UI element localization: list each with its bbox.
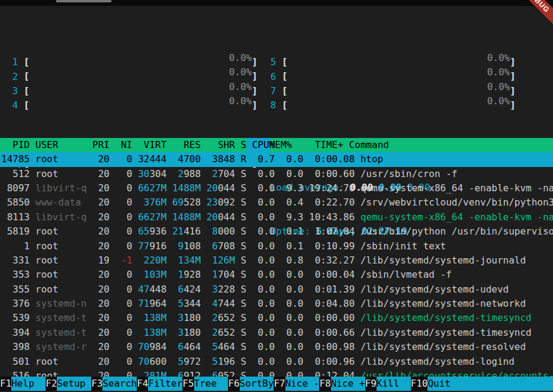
process-command: /lib/systemd/systemd-networkd bbox=[361, 297, 526, 311]
fkey-label-nice+[interactable]: Nice + bbox=[331, 377, 365, 391]
process-command: qemu-system-x86_64 -enable-kvm -na bbox=[361, 210, 553, 224]
process-command: /usr/sbin/cron -f bbox=[361, 167, 458, 181]
table-header: PIDUSERPRINIVIRTRESSHRSCPU%MEM%TIME+Comm… bbox=[0, 138, 553, 152]
process-row[interactable]: 355root2004744864243228S0.00.00:01.39/li… bbox=[0, 282, 553, 297]
process-command: /sbin/lvmetad -f bbox=[361, 268, 452, 282]
column-header-mem[interactable]: MEM% bbox=[269, 138, 292, 152]
process-row[interactable]: 539systemd-t200138M31802652S0.00.00:00.0… bbox=[0, 311, 553, 325]
process-command: /srv/webvirtcloud/venv/bin/python3 bbox=[361, 195, 553, 210]
column-header-command[interactable]: Command bbox=[349, 138, 388, 152]
meter-value: 0.0% bbox=[487, 80, 510, 94]
fkey-f6[interactable]: F6 bbox=[228, 377, 239, 391]
meter-value: 0.0% bbox=[229, 51, 252, 65]
fkey-label-nice-[interactable]: Nice - bbox=[285, 377, 320, 391]
fkey-f5[interactable]: F5 bbox=[182, 377, 194, 391]
process-command: /lib/systemd/systemd-timesyncd bbox=[361, 326, 532, 340]
cpu-meter-3: 3[0.0%] bbox=[7, 80, 258, 94]
fkey-label-tree[interactable]: Tree bbox=[194, 377, 229, 391]
fkey-f1[interactable]: F1 bbox=[0, 377, 11, 391]
process-command: /sbin/init text bbox=[361, 239, 446, 253]
column-header-cpu[interactable]: CPU% bbox=[246, 138, 269, 152]
process-row[interactable]: 331root19-1220M134M126MS0.00.80:32.27/li… bbox=[0, 253, 553, 268]
fkey-f8[interactable]: F8 bbox=[319, 377, 330, 391]
process-row[interactable]: 8097libvirt-q2006627M1488M20044S0.09.319… bbox=[0, 181, 553, 195]
fkey-f3[interactable]: F3 bbox=[91, 377, 102, 391]
fkey-label-quit[interactable]: Quit bbox=[427, 377, 553, 391]
meter-value: 0.0% bbox=[229, 80, 252, 94]
meter-label: 8 bbox=[265, 98, 282, 113]
process-command: /lib/systemd/systemd-logind bbox=[361, 355, 515, 369]
fkey-label-setup[interactable]: Setup bbox=[57, 377, 91, 391]
process-command: htop bbox=[361, 152, 384, 166]
column-header-s[interactable]: S bbox=[240, 138, 246, 152]
column-header-shr[interactable]: SHR bbox=[207, 138, 235, 152]
process-row[interactable]: 5850www-data200376M6952823092S0.00.40:22… bbox=[0, 195, 553, 210]
fkey-label-sortby[interactable]: SortBy bbox=[240, 377, 274, 391]
process-command: qemu-system-x86_64 -enable-kvm -na bbox=[361, 181, 553, 195]
process-row[interactable]: 501root2007060059725196S0.00.00:00.96/li… bbox=[0, 355, 553, 369]
meter-value: 0.0% bbox=[487, 65, 510, 79]
meter-value: 0.0% bbox=[487, 94, 510, 108]
process-row[interactable]: 5819root20065936214168000S0.00.11:07.04/… bbox=[0, 224, 553, 239]
htop-terminal: 1[0.0%]2[0.0%]3[0.0%]4[0.0%] Mem[|||||||… bbox=[0, 0, 553, 392]
meter-value: 0.0% bbox=[229, 65, 252, 79]
fkey-f2[interactable]: F2 bbox=[46, 377, 57, 391]
cpu-meter-2: 2[0.0%] bbox=[7, 65, 258, 79]
process-command: /lib/systemd/systemd-timesyncd bbox=[361, 311, 532, 325]
fkey-f9[interactable]: F9 bbox=[365, 377, 377, 391]
fkey-f10[interactable]: F10 bbox=[411, 377, 428, 391]
fkey-label-kill[interactable]: Kill bbox=[377, 377, 411, 391]
cpu-meter-4: 4[0.0%] bbox=[7, 94, 258, 108]
process-row[interactable]: 353root200103M19281704S0.00.00:00.04/sbi… bbox=[0, 268, 553, 282]
process-command: /lib/systemd/systemd-journald bbox=[361, 253, 526, 268]
process-command: /lib/systemd/systemd-resolved bbox=[361, 340, 526, 354]
cpu-meter-1: 1[0.0%] bbox=[7, 51, 258, 65]
process-row[interactable]: 376systemd-n2007196453444744S0.00.00:04.… bbox=[0, 297, 553, 311]
column-header-ni[interactable]: NI bbox=[115, 138, 133, 152]
top-strip-tab bbox=[56, 0, 111, 2]
column-header-res[interactable]: RES bbox=[172, 138, 201, 152]
process-row[interactable]: 1root2007791691086708S0.00.10:10.99/sbin… bbox=[0, 239, 553, 253]
fkey-label-search[interactable]: Search bbox=[102, 377, 137, 391]
column-header-virt[interactable]: VIRT bbox=[138, 138, 166, 152]
cpu-meter-8: 8[0.0%] bbox=[265, 94, 516, 108]
column-header-pid[interactable]: PID bbox=[1, 138, 30, 152]
process-command: /usr/bin/python /usr/bin/superviso bbox=[361, 224, 553, 239]
column-header-time[interactable]: TIME+ bbox=[298, 138, 343, 152]
column-header-user[interactable]: USER bbox=[36, 138, 87, 152]
process-row[interactable]: 512root2003030429882704S0.00.00:00.60/us… bbox=[0, 167, 553, 181]
process-command: /lib/systemd/systemd-udevd bbox=[361, 282, 509, 297]
process-row[interactable]: 8113libvirt-q2006627M1488M20044S0.09.310… bbox=[0, 210, 553, 224]
meter-label: 4 bbox=[7, 98, 24, 113]
cpu-meter-7: 7[0.0%] bbox=[265, 80, 516, 94]
cpu-meter-5: 5[0.0%] bbox=[265, 51, 516, 65]
fkey-label-filter[interactable]: Filter bbox=[148, 377, 182, 391]
process-row[interactable]: 394systemd-t200138M31802652S0.00.00:00.6… bbox=[0, 326, 553, 340]
meter-value: 0.0% bbox=[229, 94, 252, 108]
column-header-pri[interactable]: PRI bbox=[92, 138, 110, 152]
fkey-label-help[interactable]: Help bbox=[11, 377, 46, 391]
cpu-meter-6: 6[0.0%] bbox=[265, 65, 516, 79]
function-key-bar: F1Help F2Setup F3SearchF4FilterF5Tree F6… bbox=[0, 377, 553, 391]
terminal-area: 1[0.0%]2[0.0%]3[0.0%]4[0.0%] Mem[|||||||… bbox=[0, 6, 553, 392]
process-row[interactable]: 398systemd-r2007098464645464S0.00.00:00.… bbox=[0, 340, 553, 354]
process-row[interactable]: 14785root2003244447003848R0.70.00:00.08h… bbox=[0, 152, 553, 166]
fkey-f4[interactable]: F4 bbox=[137, 377, 148, 391]
fkey-f7[interactable]: F7 bbox=[274, 377, 285, 391]
meter-value: 0.0% bbox=[487, 51, 510, 65]
process-table: 14785root2003244447003848R0.70.00:00.08h… bbox=[0, 152, 553, 383]
